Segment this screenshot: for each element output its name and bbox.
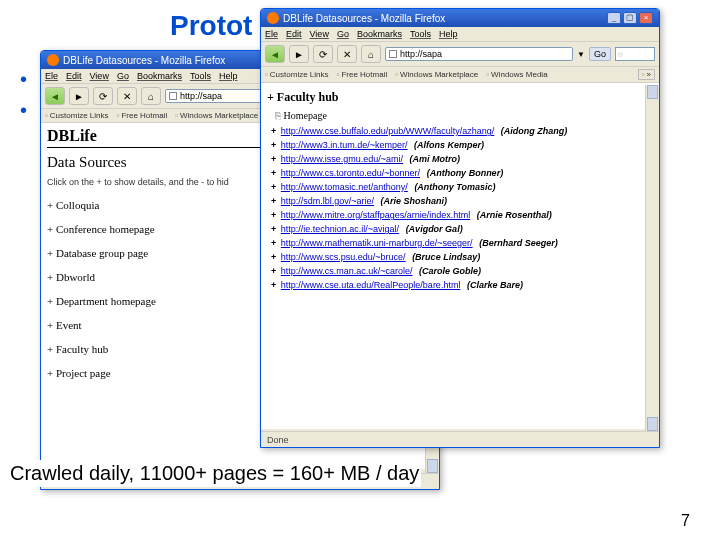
faculty-link-row: + http://sdm.lbl.gov/~arie/ (Arie Shosha… bbox=[271, 197, 653, 206]
reload-button[interactable]: ⟳ bbox=[313, 45, 333, 63]
crawl-summary: Crawled daily, 11000+ pages = 160+ MB / … bbox=[8, 460, 421, 487]
faculty-link-row: + http://www.tomasic.net/anthony/ (Antho… bbox=[271, 183, 653, 192]
menu-view[interactable]: View bbox=[90, 71, 109, 81]
scrollbar[interactable] bbox=[645, 85, 659, 431]
faculty-link[interactable]: http://www.cs.toronto.edu/~bonner/ bbox=[281, 169, 420, 178]
menu-edit[interactable]: Edit bbox=[286, 29, 302, 39]
menu-go[interactable]: Go bbox=[337, 29, 349, 39]
faculty-link-row: + http://ie.technion.ac.il/~avigal/ (Avi… bbox=[271, 225, 653, 234]
bookmark-link[interactable]: Customize Links bbox=[265, 69, 329, 80]
faculty-link[interactable]: http://www.cse.buffalo.edu/pub/WWW/facul… bbox=[281, 127, 494, 136]
faculty-link-row: + http://www.scs.psu.edu/~bruce/ (Bruce … bbox=[271, 253, 653, 262]
bookmark-link[interactable]: Customize Links bbox=[45, 111, 109, 120]
url-input[interactable]: http://sapa bbox=[385, 47, 573, 61]
faculty-name: (Anthony Bonner) bbox=[427, 169, 504, 178]
menu-bookmarks[interactable]: Bookmarks bbox=[137, 71, 182, 81]
bookmark-overflow[interactable]: » bbox=[638, 69, 655, 80]
faculty-name: (Bruce Lindsay) bbox=[412, 253, 480, 262]
faculty-link[interactable]: http://www.mathematik.uni-marburg.de/~se… bbox=[281, 239, 473, 248]
faculty-name: (Clarke Bare) bbox=[467, 281, 523, 290]
titlebar[interactable]: DBLife Datasources - Mozilla Firefox _ ▢… bbox=[261, 9, 659, 27]
expand-icon[interactable]: + bbox=[271, 225, 276, 234]
maximize-button[interactable]: ▢ bbox=[623, 12, 637, 24]
expand-icon[interactable]: + bbox=[271, 127, 276, 136]
bookmarks-bar: Customize Links Free Hotmail Windows Mar… bbox=[261, 67, 659, 83]
firefox-icon bbox=[47, 54, 59, 66]
menu-file[interactable]: Ele bbox=[265, 29, 278, 39]
expand-icon[interactable]: + bbox=[271, 141, 276, 150]
faculty-link[interactable]: http://www.cs.man.ac.uk/~carole/ bbox=[281, 267, 413, 276]
menu-tools[interactable]: Tools bbox=[410, 29, 431, 39]
menu-tools[interactable]: Tools bbox=[190, 71, 211, 81]
menu-help[interactable]: Help bbox=[219, 71, 238, 81]
expand-icon[interactable]: + bbox=[271, 183, 276, 192]
faculty-name: (Alfons Kemper) bbox=[414, 141, 484, 150]
faculty-link[interactable]: http://sdm.lbl.gov/~arie/ bbox=[281, 197, 374, 206]
bookmark-link[interactable]: Windows Marketplace bbox=[395, 69, 478, 80]
close-button[interactable]: × bbox=[639, 12, 653, 24]
faculty-link-row: + http://www.cse.buffalo.edu/pub/WWW/fac… bbox=[271, 127, 653, 136]
bookmark-link[interactable]: Free Hotmail bbox=[117, 111, 168, 120]
menu-go[interactable]: Go bbox=[117, 71, 129, 81]
nav-toolbar: ◄ ► ⟳ ✕ ⌂ http://sapa ▼ Go bbox=[261, 42, 659, 67]
expand-icon[interactable]: + bbox=[271, 253, 276, 262]
forward-button[interactable]: ► bbox=[289, 45, 309, 63]
dropdown-icon[interactable]: ▼ bbox=[577, 50, 585, 59]
menu-help[interactable]: Help bbox=[439, 29, 458, 39]
expand-icon[interactable]: + bbox=[271, 169, 276, 178]
faculty-link[interactable]: http://www3.in.tum.de/~kemper/ bbox=[281, 141, 408, 150]
faculty-link[interactable]: http://www.mitre.org/staffpages/arnie/in… bbox=[281, 211, 470, 220]
back-button[interactable]: ◄ bbox=[45, 87, 65, 105]
stop-button[interactable]: ✕ bbox=[117, 87, 137, 105]
expand-icon[interactable]: + bbox=[271, 155, 276, 164]
page-number: 7 bbox=[681, 512, 690, 530]
minimize-button[interactable]: _ bbox=[607, 12, 621, 24]
slide-bullets bbox=[20, 60, 41, 130]
forward-button[interactable]: ► bbox=[69, 87, 89, 105]
expand-icon[interactable]: + bbox=[271, 267, 276, 276]
back-button[interactable]: ◄ bbox=[265, 45, 285, 63]
faculty-hub-item[interactable]: + Faculty hub bbox=[267, 90, 653, 105]
faculty-link[interactable]: http://www.scs.psu.edu/~bruce/ bbox=[281, 253, 406, 262]
reload-button[interactable]: ⟳ bbox=[93, 87, 113, 105]
menu-view[interactable]: View bbox=[310, 29, 329, 39]
faculty-link-row: + http://www.cs.toronto.edu/~bonner/ (An… bbox=[271, 169, 653, 178]
page-icon bbox=[389, 50, 397, 58]
page-content: + Faculty hub Homepage + http://www.cse.… bbox=[261, 83, 659, 429]
faculty-link-row: + http://www.cs.man.ac.uk/~carole/ (Caro… bbox=[271, 267, 653, 276]
bookmark-link[interactable]: Windows Media bbox=[486, 69, 547, 80]
faculty-link-row: + http://www.cse.uta.edu/RealPeople/bare… bbox=[271, 281, 653, 290]
expand-icon[interactable]: + bbox=[271, 281, 276, 290]
faculty-name: (Avigdor Gal) bbox=[406, 225, 463, 234]
bookmark-link[interactable]: Free Hotmail bbox=[337, 69, 388, 80]
faculty-link[interactable]: http://ie.technion.ac.il/~avigal/ bbox=[281, 225, 399, 234]
menu-file[interactable]: Ele bbox=[45, 71, 58, 81]
faculty-name: (Bernhard Seeger) bbox=[479, 239, 558, 248]
faculty-link-row: + http://www.isse.gmu.edu/~ami/ (Ami Mot… bbox=[271, 155, 653, 164]
bookmark-link[interactable]: Windows Marketplace bbox=[175, 111, 258, 120]
faculty-link[interactable]: http://www.tomasic.net/anthony/ bbox=[281, 183, 408, 192]
stop-button[interactable]: ✕ bbox=[337, 45, 357, 63]
expand-icon[interactable]: + bbox=[271, 197, 276, 206]
window-title: DBLife Datasources - Mozilla Firefox bbox=[283, 13, 445, 24]
go-button[interactable]: Go bbox=[589, 47, 611, 61]
home-button[interactable]: ⌂ bbox=[141, 87, 161, 105]
search-input[interactable] bbox=[615, 47, 655, 61]
page-icon bbox=[169, 92, 177, 100]
menu-bookmarks[interactable]: Bookmarks bbox=[357, 29, 402, 39]
window-title: DBLife Datasources - Mozilla Firefox bbox=[63, 55, 225, 66]
faculty-name: (Aidong Zhang) bbox=[501, 127, 567, 136]
faculty-name: (Carole Goble) bbox=[419, 267, 481, 276]
slide-title: Protot bbox=[170, 10, 252, 42]
expand-icon[interactable]: + bbox=[271, 239, 276, 248]
faculty-link[interactable]: http://www.isse.gmu.edu/~ami/ bbox=[281, 155, 403, 164]
faculty-name: (Anthony Tomasic) bbox=[414, 183, 495, 192]
menu-bar[interactable]: Ele Edit View Go Bookmarks Tools Help bbox=[261, 27, 659, 42]
expand-icon[interactable]: + bbox=[271, 211, 276, 220]
faculty-link[interactable]: http://www.cse.uta.edu/RealPeople/bare.h… bbox=[281, 281, 461, 290]
menu-edit[interactable]: Edit bbox=[66, 71, 82, 81]
homepage-label: Homepage bbox=[275, 110, 653, 121]
faculty-link-row: + http://www3.in.tum.de/~kemper/ (Alfons… bbox=[271, 141, 653, 150]
faculty-link-row: + http://www.mathematik.uni-marburg.de/~… bbox=[271, 239, 653, 248]
home-button[interactable]: ⌂ bbox=[361, 45, 381, 63]
